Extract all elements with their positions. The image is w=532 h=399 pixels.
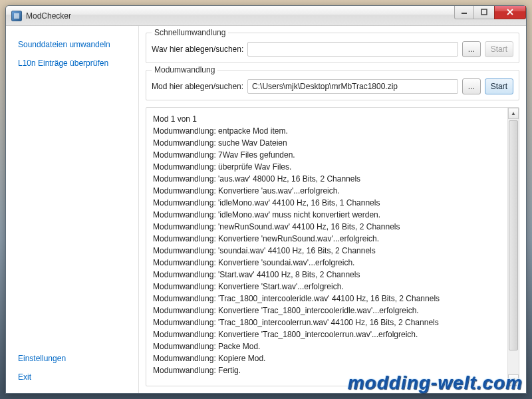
log-line: Modumwandlung: 'Trac_1800_intercooleridl…	[153, 293, 501, 305]
svg-rect-0	[462, 13, 467, 14]
log-line: Modumwandlung: Konvertiere 'Trac_1800_in…	[153, 329, 501, 340]
log-line: Modumwandlung: 7Wav Files gefunden.	[153, 149, 501, 161]
scroll-down-button[interactable]: ▼	[508, 374, 519, 386]
close-button[interactable]	[494, 6, 526, 19]
log-line: Modumwandlung: Kopiere Mod.	[153, 352, 501, 364]
maximize-button[interactable]	[474, 6, 494, 19]
main-panel: Schnellumwandlung Wav hier ablegen/suche…	[139, 26, 526, 393]
log-line: Modumwandlung: 'idleMono.wav' 44100 Hz, …	[153, 197, 501, 209]
window-controls	[454, 6, 526, 19]
log-line: Modumwandlung: 'newRunSound.wav' 44100 H…	[153, 221, 501, 233]
log-line: Modumwandlung: Fertig.	[153, 364, 501, 376]
log-line: Modumwandlung: Konvertiere 'aus.wav'...e…	[153, 185, 501, 197]
log-line: Modumwandlung: 'aus.wav' 48000 Hz, 16 Bi…	[153, 173, 501, 185]
scroll-thumb[interactable]	[509, 120, 518, 350]
svg-rect-1	[481, 9, 487, 15]
mod-start-button[interactable]: Start	[485, 78, 513, 94]
sidebar-spacer	[6, 72, 138, 349]
wav-browse-button[interactable]: ...	[462, 41, 481, 57]
quick-convert-group: Schnellumwandlung Wav hier ablegen/suche…	[146, 33, 519, 63]
app-window: ModChecker Sounddateien umwandeln L10n E…	[5, 5, 527, 394]
minimize-button[interactable]	[454, 6, 474, 19]
log-line: Modumwandlung: Konvertiere 'newRunSound.…	[153, 233, 501, 245]
log-line: Modumwandlung: 'idleMono.wav' muss nicht…	[153, 209, 501, 221]
log-panel: Mod 1 von 1Modumwandlung: entpacke Mod i…	[146, 107, 519, 386]
window-title: ModChecker	[26, 11, 71, 21]
log-line: Modumwandlung: entpacke Mod item.	[153, 125, 501, 137]
log-line: Modumwandlung: Konvertiere 'Start.wav'..…	[153, 281, 501, 293]
log-line: Modumwandlung: 'Start.wav' 44100 Hz, 8 B…	[153, 269, 501, 281]
sidebar-item-sound-convert[interactable]: Sounddateien umwandeln	[6, 35, 138, 54]
wav-start-button[interactable]: Start	[485, 41, 513, 57]
mod-browse-button[interactable]: ...	[462, 78, 481, 94]
sidebar-item-exit[interactable]: Exit	[6, 368, 138, 386]
mod-convert-label: Mod hier ablegen/suchen:	[152, 82, 243, 91]
sidebar-item-l10n-check[interactable]: L10n Einträge überprüfen	[6, 54, 138, 72]
mod-convert-title: Modumwandlung	[152, 65, 217, 74]
log-line: Modumwandlung: Konvertiere 'Trac_1800_in…	[153, 305, 501, 317]
log-line: Modumwandlung: 'soundai.wav' 44100 Hz, 1…	[153, 245, 501, 257]
log-line: Modumwandlung: Packe Mod.	[153, 340, 501, 352]
log-line: Modumwandlung: Konvertiere 'soundai.wav'…	[153, 257, 501, 269]
sidebar: Sounddateien umwandeln L10n Einträge übe…	[6, 26, 139, 393]
scrollbar[interactable]: ▲ ▼	[507, 108, 519, 386]
log-line: Modumwandlung: suche Wav Dateien	[153, 137, 501, 149]
mod-convert-group: Modumwandlung Mod hier ablegen/suchen: .…	[146, 70, 519, 100]
sidebar-item-settings[interactable]: Einstellungen	[6, 349, 138, 368]
titlebar[interactable]: ModChecker	[6, 6, 526, 26]
log-output[interactable]: Mod 1 von 1Modumwandlung: entpacke Mod i…	[146, 108, 507, 386]
scroll-up-button[interactable]: ▲	[508, 108, 519, 119]
quick-convert-title: Schnellumwandlung	[152, 28, 228, 37]
wav-path-input[interactable]	[247, 42, 458, 57]
quick-convert-label: Wav hier ablegen/suchen:	[152, 45, 243, 54]
log-line: Modumwandlung: überprüfe Wav Files.	[153, 161, 501, 173]
log-line: Mod 1 von 1	[153, 113, 501, 125]
app-icon	[11, 11, 22, 21]
log-line: Modumwandlung: 'Trac_1800_intercoolerrun…	[153, 317, 501, 329]
mod-path-input[interactable]	[247, 79, 458, 94]
scroll-track[interactable]	[508, 119, 519, 374]
client-area: Sounddateien umwandeln L10n Einträge übe…	[6, 26, 526, 393]
